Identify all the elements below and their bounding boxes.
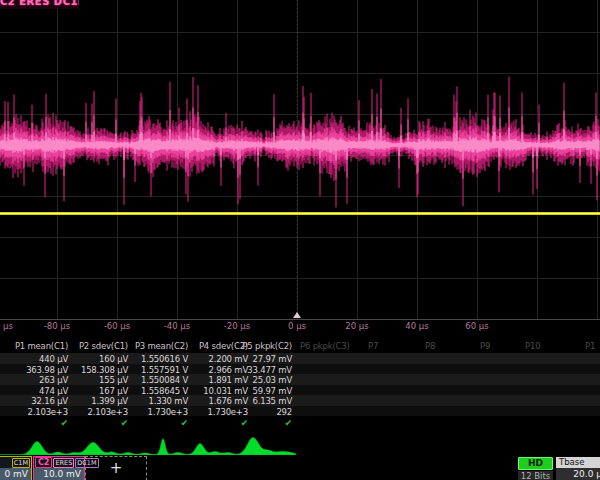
measurement-table[interactable]: P1 mean(C1)440 µV363.98 µV263 µV474 µV32… [0, 339, 600, 432]
param-header-disabled: P6 pkpk(C3) [300, 341, 350, 351]
c2-eres-badge: ERES [53, 458, 74, 468]
channel-c1-descriptor[interactable]: C1M 0 mV [0, 456, 32, 480]
table-row [0, 395, 600, 406]
time-axis-tick-label: 20 µs [345, 321, 368, 331]
param-value: 292 [276, 407, 292, 417]
param-value: 363.98 µV [26, 365, 68, 375]
param-header-disabled: P1 [585, 341, 595, 351]
measurement-histogram [0, 437, 296, 455]
param-value: 1.891 mV [208, 375, 248, 385]
param-value: 10.031 mV [203, 386, 248, 396]
timebase-descriptor[interactable]: Tbase 20.0 µ [556, 457, 600, 480]
time-axis-tick-label: 0 µs [288, 321, 306, 331]
param-value: 27.97 mV [252, 354, 292, 364]
param-value: 160 µV [99, 354, 128, 364]
time-axis-tick-label: 40 µs [405, 321, 428, 331]
time-axis-tick-label: -80 µs [44, 321, 70, 331]
time-axis-tick-label: -100 µs [0, 321, 13, 331]
param-value: 2.103e+3 [28, 407, 69, 417]
param-header-2[interactable]: P2 sdev(C1) [79, 341, 128, 351]
param-value: 167 µV [99, 386, 128, 396]
param-value: 33.477 mV [247, 365, 292, 375]
param-value: 1.557591 V [141, 365, 188, 375]
param-value: 2.200 mV [208, 354, 248, 364]
param-value: 32.16 µV [31, 396, 68, 406]
param-header-3[interactable]: P3 mean(C2) [135, 341, 188, 351]
time-axis-tick-label: -20 µs [224, 321, 250, 331]
param-value: 1.730e+3 [208, 407, 249, 417]
table-row [0, 353, 600, 364]
c2-channel-badge: C2 [35, 457, 52, 468]
param-value: 2.103e+3 [88, 407, 129, 417]
oscilloscope-screen: C2 ERES DC1M -100 µs-80 µs-60 µs-40 µs-2… [0, 0, 600, 480]
time-axis-tick-label: 60 µs [465, 321, 488, 331]
param-value: 155 µV [99, 375, 128, 385]
param-status-check-icon: ✔ [121, 418, 128, 428]
param-status-check-icon: ✔ [285, 418, 292, 428]
param-value: 263 µV [39, 375, 68, 385]
c1-coupling-badge: C1M [12, 458, 30, 468]
plus-icon: + [110, 459, 123, 477]
param-value: 59.97 mV [252, 386, 292, 396]
clipped-trace-annotation: C2 ERES DC1M [0, 0, 79, 9]
param-header-disabled: P7 [368, 341, 378, 351]
param-value: 25.03 mV [252, 375, 292, 385]
param-value: 6.135 mV [252, 396, 292, 406]
param-value: 1.399 µV [91, 396, 128, 406]
param-value: 158.308 µV [81, 365, 128, 375]
param-value: 1.676 mV [208, 396, 248, 406]
param-value: 440 µV [39, 354, 68, 364]
timebase-value: 20.0 µ [556, 468, 600, 480]
time-axis-tick-label: -60 µs [104, 321, 130, 331]
hd-bits-label: 12 Bits [518, 471, 553, 480]
param-status-check-icon: ✔ [241, 418, 248, 428]
param-status-check-icon: ✔ [181, 418, 188, 428]
param-value: 1.330 mV [148, 396, 188, 406]
param-value: 2.966 mV [208, 365, 248, 375]
param-status-check-icon: ✔ [61, 418, 68, 428]
param-value: 1.558645 V [141, 386, 188, 396]
param-value: 1.550616 V [141, 354, 188, 364]
status-bar: C1M 0 mV C2 ERES DC1M 10.0 mV + HD 12 Bi… [0, 455, 600, 480]
param-header-4[interactable]: P4 sdev(C2) [199, 341, 248, 351]
param-header-5[interactable]: P5 pkpk(C2) [242, 341, 292, 351]
param-header-disabled: P8 [425, 341, 435, 351]
timebase-label: Tbase [556, 457, 600, 468]
clipped-trace-annotation-text: C2 ERES DC1M [0, 0, 79, 7]
time-axis-tick-label: -40 µs [164, 321, 190, 331]
add-trace-button[interactable]: + [85, 456, 147, 480]
c2-vertical-scale: 10.0 mV [34, 468, 84, 480]
hd-badge: HD [518, 457, 553, 470]
param-header-disabled: P9 [480, 341, 490, 351]
channel-c2-descriptor[interactable]: C2 ERES DC1M 10.0 mV [33, 456, 85, 480]
hd-mode-indicator[interactable]: HD 12 Bits [518, 457, 553, 480]
trigger-position-icon[interactable] [293, 312, 301, 318]
param-value: 1.730e+3 [148, 407, 189, 417]
param-value: 1.550084 V [141, 375, 188, 385]
param-header-1[interactable]: P1 mean(C1) [15, 341, 68, 351]
table-row [0, 374, 600, 385]
table-row [0, 385, 600, 396]
c1-vertical-scale: 0 mV [0, 468, 31, 480]
param-header-disabled: P10 [525, 341, 540, 351]
param-value: 474 µV [39, 386, 68, 396]
